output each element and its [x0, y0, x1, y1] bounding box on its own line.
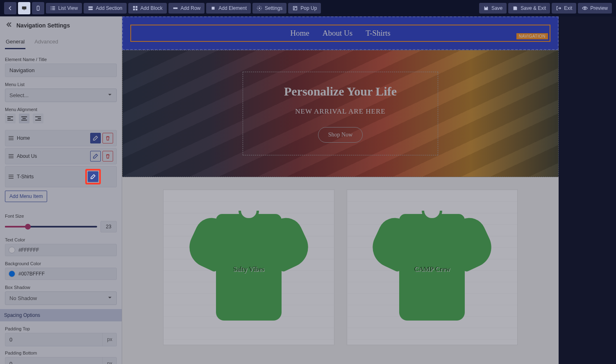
svg-rect-36 [9, 175, 14, 175]
settings-tabs: General Advanced [0, 34, 122, 50]
tshirt-image: CAMP Crew [362, 198, 502, 337]
sidebar: Navigation Settings General Advanced Ele… [0, 16, 122, 364]
bg-color-input[interactable]: #007BFFFF [5, 268, 117, 280]
svg-rect-11 [133, 6, 134, 8]
list-icon [50, 5, 56, 11]
svg-rect-8 [52, 9, 55, 10]
collapse-sidebar[interactable] [6, 21, 12, 30]
hero-inner[interactable]: Personalize Your Life NEW ARRIVAL ARE HE… [243, 72, 438, 155]
svg-rect-7 [51, 9, 52, 10]
color-value: #007BFFFF [18, 271, 45, 277]
preview-button[interactable]: Preview [578, 3, 612, 14]
svg-rect-33 [9, 154, 14, 155]
label: Add Row [181, 5, 201, 11]
align-right[interactable] [33, 114, 43, 123]
label: Save & Exit [521, 5, 546, 11]
drag-icon[interactable] [9, 152, 14, 160]
nav-link[interactable]: About Us [316, 29, 359, 38]
section-icon [88, 5, 93, 11]
tab-general[interactable]: General [5, 34, 25, 49]
align-center[interactable] [19, 114, 30, 123]
list-view-button[interactable]: List View [46, 3, 82, 14]
popup-button[interactable]: Pop Up [288, 3, 321, 14]
svg-rect-30 [9, 136, 14, 137]
padding-top-label: Padding Top [5, 326, 117, 331]
svg-rect-28 [38, 118, 41, 119]
svg-rect-4 [52, 7, 55, 7]
add-block-button[interactable]: Add Block [128, 3, 167, 14]
product-card[interactable]: Salty Vibes [163, 189, 334, 345]
add-row-button[interactable]: Add Row [168, 3, 205, 14]
label: Add Element [218, 5, 247, 11]
canvas[interactable]: Home About Us T-Shirts NAVIGATION Person… [122, 16, 559, 364]
edit-menu-item[interactable] [88, 171, 98, 182]
delete-menu-item[interactable] [102, 133, 113, 143]
back-button[interactable] [4, 2, 16, 14]
add-menu-item-button[interactable]: Add Menu Item [5, 191, 47, 202]
svg-rect-35 [9, 157, 14, 158]
hero-section[interactable]: Personalize Your Life NEW ARRIVAL ARE HE… [122, 50, 559, 177]
font-size-value[interactable]: 23 [100, 221, 117, 232]
nav-section[interactable]: Home About Us T-Shirts NAVIGATION [122, 16, 559, 50]
menu-list-select[interactable]: Select... [5, 89, 117, 102]
svg-rect-18 [293, 7, 297, 10]
nav-link[interactable]: Home [284, 29, 316, 38]
svg-rect-26 [21, 120, 27, 121]
menu-item-row[interactable]: Home [5, 130, 117, 146]
drag-icon[interactable] [9, 134, 14, 142]
align-left[interactable] [5, 114, 16, 123]
navigation-element[interactable]: Home About Us T-Shirts NAVIGATION [130, 25, 550, 42]
svg-rect-1 [23, 10, 25, 10]
box-shadow-select[interactable]: No Shadow [5, 291, 117, 305]
add-element-button[interactable]: Add Element [206, 3, 251, 14]
edit-menu-item[interactable] [90, 151, 101, 162]
add-section-button[interactable]: Add Section [84, 3, 127, 14]
svg-rect-0 [22, 7, 27, 9]
menu-item-row[interactable]: About Us [5, 148, 117, 164]
svg-rect-23 [7, 120, 13, 121]
menu-item-label: Home [17, 135, 90, 141]
text-color-label: Text Color [5, 237, 117, 242]
label: Settings [265, 5, 282, 11]
highlighted-edit-button [85, 169, 101, 184]
edit-menu-item[interactable] [90, 133, 101, 143]
select-value: Select... [9, 92, 29, 98]
tshirt-image: Salty Vibes [179, 198, 318, 337]
svg-point-17 [259, 7, 260, 9]
svg-rect-16 [212, 7, 215, 10]
viewport-mobile[interactable] [32, 2, 44, 14]
svg-rect-25 [23, 118, 26, 119]
chevron-down-icon [107, 92, 112, 98]
save-exit-button[interactable]: Save & Exit [508, 3, 550, 14]
tab-advanced[interactable]: Advanced [34, 34, 59, 49]
label: Add Block [141, 5, 163, 11]
text-color-input[interactable]: #FFFFFF [5, 244, 117, 256]
save-button[interactable]: Save [479, 3, 507, 14]
label: Add Section [96, 5, 123, 11]
menu-item-row[interactable]: T-Shirts [5, 166, 117, 187]
svg-rect-3 [51, 7, 52, 7]
font-size-slider[interactable] [5, 226, 97, 228]
label: Preview [590, 5, 608, 11]
products-section[interactable]: Salty Vibes CAMP Crew [122, 177, 559, 357]
eye-icon [582, 5, 588, 11]
svg-rect-32 [9, 139, 14, 140]
product-card[interactable]: CAMP Crew [347, 189, 518, 345]
exit-button[interactable]: Exit [552, 3, 576, 14]
menu-item-label: About Us [17, 153, 90, 159]
viewport-desktop[interactable] [18, 2, 30, 14]
delete-menu-item[interactable] [102, 151, 113, 162]
drag-icon[interactable] [9, 173, 14, 180]
settings-button[interactable]: Settings [252, 3, 286, 14]
select-value: No Shadow [9, 295, 37, 301]
svg-rect-29 [35, 120, 41, 121]
spacing-options-header: Spacing Options [0, 309, 122, 321]
element-type-badge: NAVIGATION [516, 33, 548, 39]
nav-link[interactable]: T-Shirts [359, 29, 397, 38]
element-name-input[interactable] [5, 64, 117, 77]
svg-rect-14 [135, 9, 137, 10]
svg-rect-22 [7, 118, 11, 119]
padding-top-input[interactable]: px [5, 333, 117, 346]
padding-bottom-input[interactable]: px [5, 357, 117, 364]
shop-now-button[interactable]: Shop Now [318, 127, 363, 143]
